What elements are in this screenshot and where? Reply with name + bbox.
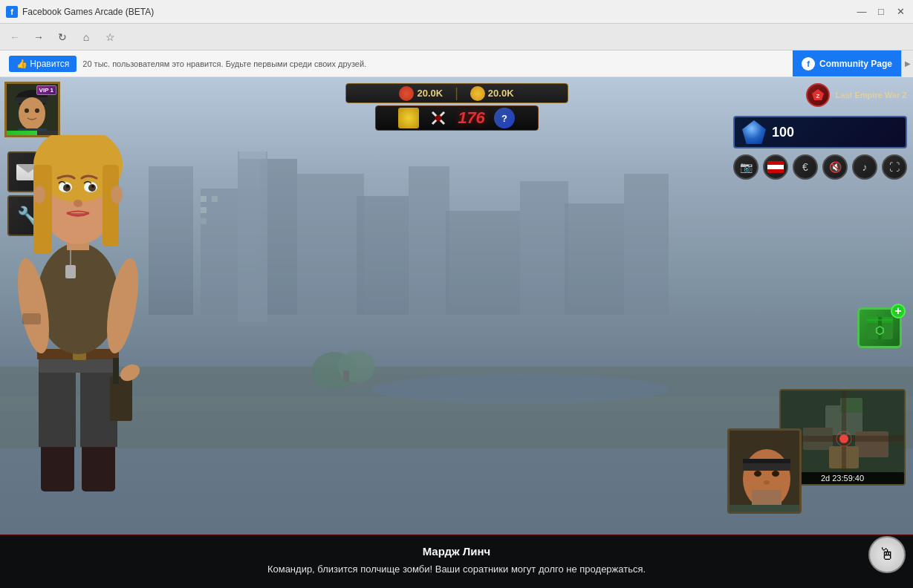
window-controls: — □ ✕	[855, 5, 907, 19]
help-icon[interactable]: ?	[494, 108, 515, 128]
svg-text:Z: Z	[816, 93, 819, 99]
close-button[interactable]: ✕	[894, 5, 907, 19]
svg-point-53	[754, 471, 761, 477]
svg-rect-73	[33, 165, 52, 254]
back-button[interactable]: ←	[6, 28, 24, 46]
svg-text:⬡: ⬡	[875, 324, 884, 336]
refresh-button[interactable]: ↻	[53, 28, 71, 46]
crystal-count: 100	[772, 125, 794, 140]
svg-point-79	[66, 185, 69, 188]
dialogue-text: Командир, близится полчище зомби! Ваши с…	[12, 562, 901, 577]
svg-point-47	[839, 434, 848, 443]
title-bar: f Facebook Games Arcade (BETA) — □ ✕	[0, 0, 913, 24]
svg-rect-85	[65, 265, 76, 278]
svg-rect-58	[41, 440, 74, 491]
svg-rect-74	[103, 165, 119, 246]
like-section: 👍 Нравится 20 тыс. пользователям это нра…	[0, 56, 793, 72]
dialogue-character-name: Мардж Линч	[12, 545, 901, 558]
crystal-icon	[742, 120, 766, 144]
svg-point-31	[435, 115, 441, 121]
fullscreen-button[interactable]: ⛶	[882, 154, 907, 180]
bookmark-button[interactable]: ☆	[101, 28, 119, 46]
social-bar-scrollbar[interactable]: ▶	[901, 50, 913, 77]
svg-rect-43	[855, 431, 888, 457]
svg-point-54	[772, 471, 779, 477]
cursor-icon: 🖱	[868, 536, 906, 573]
crate-plus-icon: +	[891, 304, 906, 318]
social-bar: 👍 Нравится 20 тыс. пользователям это нра…	[0, 50, 913, 77]
window-title: Facebook Games Arcade (BETA)	[22, 7, 855, 17]
crate-button[interactable]: ⬡ +	[857, 307, 906, 356]
sound-button[interactable]: 🔇	[822, 154, 848, 180]
svg-point-83	[111, 186, 123, 203]
svg-rect-68	[22, 313, 41, 324]
community-page-button[interactable]: f Community Page	[793, 50, 901, 76]
food-resource: 20.0K	[399, 86, 443, 101]
avatar-frame: VIP 1	[4, 82, 60, 137]
browser-toolbar: ← → ↻ ⌂ ☆	[0, 24, 913, 50]
game-logo: Z	[806, 83, 830, 107]
character-marge	[0, 135, 163, 543]
svg-rect-52	[743, 459, 790, 463]
svg-point-27	[35, 108, 39, 113]
resources-bar: 20.0K | 20.0K	[345, 83, 568, 103]
right-action-icons: 📷 € 🔇 ♪ ⛶	[733, 154, 907, 180]
battle-score: 176	[458, 108, 485, 128]
svg-point-55	[764, 480, 770, 485]
food-icon	[399, 86, 414, 101]
restore-button[interactable]: □	[874, 5, 888, 19]
facebook-icon: f	[802, 57, 815, 71]
gold-amount: 20.0K	[488, 88, 514, 99]
swords-icon	[428, 108, 449, 128]
flag-button[interactable]	[763, 154, 788, 180]
trophy-icon	[398, 108, 419, 128]
svg-point-82	[33, 186, 45, 203]
music-button[interactable]: ♪	[852, 154, 877, 180]
crystal-display: 100	[733, 116, 907, 148]
food-amount: 20.0K	[417, 88, 443, 99]
vip-badge: VIP 1	[36, 85, 56, 95]
app-icon: f	[6, 6, 18, 18]
battle-bar: 176 ?	[375, 105, 539, 131]
currency-button[interactable]: €	[793, 154, 818, 180]
crate-body: ⬡ +	[857, 307, 902, 348]
forward-button[interactable]: →	[30, 28, 48, 46]
npc-portrait	[727, 428, 802, 514]
screenshot-button[interactable]: 📷	[733, 154, 758, 180]
gold-icon	[470, 86, 485, 101]
player-avatar[interactable]: VIP 1	[4, 82, 64, 141]
gold-resource: 20.0K	[470, 86, 514, 101]
like-button[interactable]: 👍 Нравится	[9, 56, 77, 72]
svg-point-26	[25, 108, 29, 113]
svg-point-65	[37, 243, 119, 354]
game-area: VIP 1 1 🔧 20.0K | 20.0K	[0, 77, 913, 588]
resource-divider: |	[455, 85, 458, 101]
dialogue-box: Мардж Линч Командир, близится полчище зо…	[0, 535, 913, 589]
community-page-label: Community Page	[819, 59, 892, 69]
minimize-button[interactable]: —	[855, 5, 868, 19]
svg-point-25	[19, 97, 45, 130]
flag-icon	[767, 161, 784, 173]
svg-rect-59	[82, 440, 115, 491]
game-title-label: Last Empire War Z	[836, 91, 907, 99]
home-button[interactable]: ⌂	[77, 28, 95, 46]
right-top-icons: Z Last Empire War Z 100 📷 € 🔇 ♪ ⛶	[733, 83, 907, 180]
svg-point-80	[91, 185, 94, 188]
svg-rect-56	[752, 490, 782, 505]
svg-point-81	[74, 200, 82, 207]
svg-rect-87	[113, 358, 119, 384]
svg-rect-57	[730, 505, 802, 514]
like-description: 20 тыс. пользователям это нравится. Будь…	[82, 59, 366, 68]
